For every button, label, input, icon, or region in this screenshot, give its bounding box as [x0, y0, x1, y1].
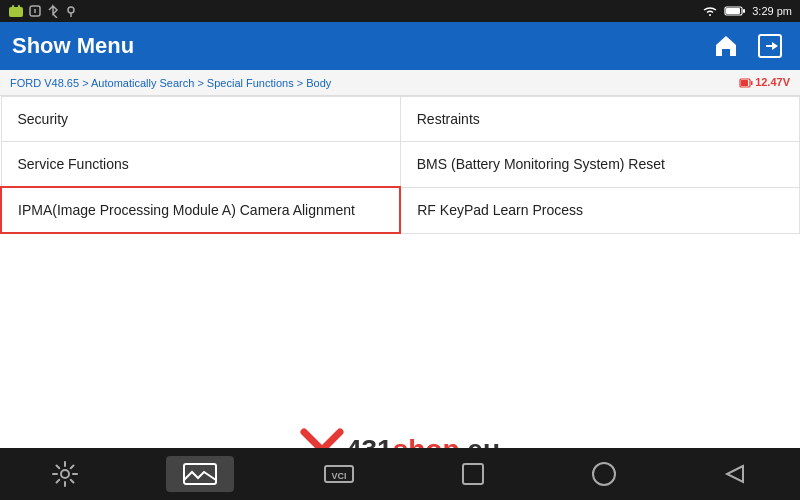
- table-row: Service Functions BMS (Battery Monitorin…: [1, 142, 800, 188]
- svg-point-20: [593, 463, 615, 485]
- svg-rect-12: [751, 81, 753, 85]
- nav-vci-button[interactable]: VCI: [305, 456, 373, 492]
- svg-point-5: [68, 7, 74, 13]
- bottom-nav: VCI: [0, 448, 800, 500]
- svg-rect-7: [726, 8, 740, 14]
- svg-rect-11: [741, 80, 748, 86]
- home-circle-icon: [590, 460, 618, 488]
- time-display: 3:29 pm: [752, 5, 792, 17]
- menu-item-bms-reset[interactable]: BMS (Battery Monitoring System) Reset: [400, 142, 799, 188]
- svg-point-15: [61, 470, 69, 478]
- location-icon: [64, 4, 78, 18]
- menu-item-service-functions[interactable]: Service Functions: [1, 142, 400, 188]
- svg-rect-1: [12, 5, 14, 8]
- page-title: Show Menu: [12, 33, 134, 59]
- svg-text:VCI: VCI: [331, 471, 346, 481]
- svg-rect-19: [463, 464, 483, 484]
- breadcrumb-text: FORD V48.65 > Automatically Search > Spe…: [10, 77, 331, 89]
- nav-recent-button[interactable]: [443, 456, 503, 492]
- status-bar: 3:29 pm: [0, 0, 800, 22]
- wifi-status-icon: [702, 5, 718, 17]
- voltage-display: 12.47V: [739, 76, 790, 89]
- back-icon: [721, 460, 749, 488]
- svg-rect-2: [18, 5, 20, 8]
- menu-item-restraints[interactable]: Restraints: [400, 97, 799, 142]
- menu-item-ipma[interactable]: IPMA(Image Processing Module A) Camera A…: [1, 187, 400, 233]
- nav-settings-button[interactable]: [35, 456, 95, 492]
- breadcrumb-bar: FORD V48.65 > Automatically Search > Spe…: [0, 70, 800, 96]
- home-button[interactable]: [708, 28, 744, 64]
- table-row: IPMA(Image Processing Module A) Camera A…: [1, 187, 800, 233]
- menu-item-security[interactable]: Security: [1, 97, 400, 142]
- svg-rect-0: [9, 7, 23, 17]
- image-icon: [182, 460, 218, 488]
- header-icons: [708, 28, 788, 64]
- svg-rect-8: [743, 9, 745, 13]
- menu-table: Security Restraints Service Functions BM…: [0, 96, 800, 234]
- nav-back-button[interactable]: [705, 456, 765, 492]
- table-row: Security Restraints: [1, 97, 800, 142]
- svg-marker-21: [727, 466, 743, 482]
- nav-home-button[interactable]: [574, 456, 634, 492]
- android-icon: [8, 4, 24, 18]
- battery-status-icon: [724, 5, 746, 17]
- settings-icon: [51, 460, 79, 488]
- status-bar-left: [8, 4, 78, 18]
- square-icon: [459, 460, 487, 488]
- nav-image-button[interactable]: [166, 456, 234, 492]
- main-content: Security Restraints Service Functions BM…: [0, 96, 800, 406]
- header: Show Menu: [0, 22, 800, 70]
- bt-icon: [46, 4, 60, 18]
- usb-icon: [28, 4, 42, 18]
- status-bar-right: 3:29 pm: [702, 5, 792, 17]
- vci-icon: VCI: [321, 460, 357, 488]
- exit-button[interactable]: [752, 28, 788, 64]
- menu-item-rf-keypad[interactable]: RF KeyPad Learn Process: [400, 187, 799, 233]
